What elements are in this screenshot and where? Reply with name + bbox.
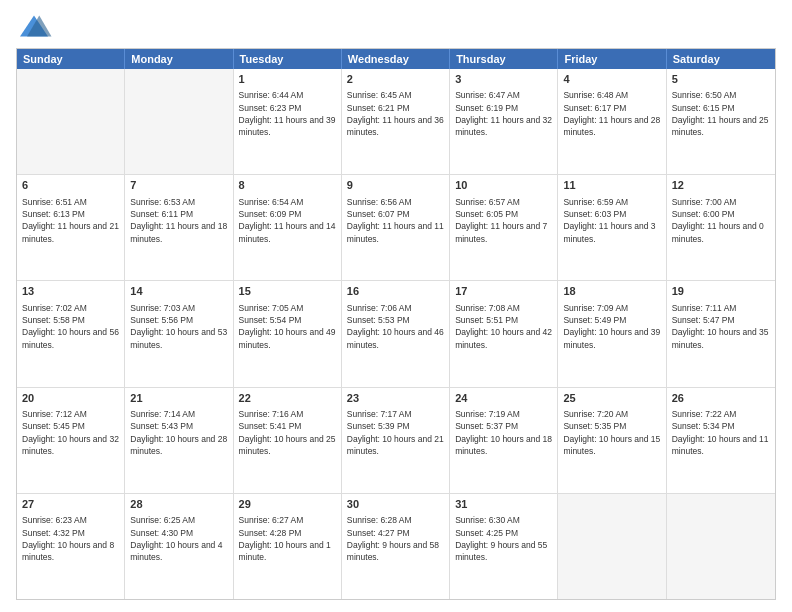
- calendar-header: SundayMondayTuesdayWednesdayThursdayFrid…: [17, 49, 775, 69]
- day-number: 1: [239, 72, 336, 87]
- calendar: SundayMondayTuesdayWednesdayThursdayFrid…: [16, 48, 776, 600]
- daylight-text: Daylight: 11 hours and 39 minutes.: [239, 115, 336, 137]
- sunset-text: Sunset: 5:53 PM: [347, 315, 410, 325]
- calendar-cell: [17, 69, 125, 174]
- sunset-text: Sunset: 5:49 PM: [563, 315, 626, 325]
- sunrise-text: Sunrise: 7:12 AM: [22, 409, 87, 419]
- daylight-text: Daylight: 10 hours and 4 minutes.: [130, 540, 222, 562]
- daylight-text: Daylight: 11 hours and 28 minutes.: [563, 115, 660, 137]
- daylight-text: Daylight: 11 hours and 0 minutes.: [672, 221, 764, 243]
- calendar-cell: 28 Sunrise: 6:25 AM Sunset: 4:30 PM Dayl…: [125, 494, 233, 599]
- calendar-cell: 29 Sunrise: 6:27 AM Sunset: 4:28 PM Dayl…: [234, 494, 342, 599]
- daylight-text: Daylight: 10 hours and 18 minutes.: [455, 434, 552, 456]
- cell-info: Sunrise: 7:03 AM Sunset: 5:56 PM Dayligh…: [130, 302, 227, 351]
- cell-info: Sunrise: 6:23 AM Sunset: 4:32 PM Dayligh…: [22, 514, 119, 563]
- day-number: 12: [672, 178, 770, 193]
- calendar-cell: 13 Sunrise: 7:02 AM Sunset: 5:58 PM Dayl…: [17, 281, 125, 386]
- daylight-text: Daylight: 9 hours and 55 minutes.: [455, 540, 547, 562]
- day-number: 3: [455, 72, 552, 87]
- day-number: 19: [672, 284, 770, 299]
- daylight-text: Daylight: 11 hours and 32 minutes.: [455, 115, 552, 137]
- daylight-text: Daylight: 10 hours and 28 minutes.: [130, 434, 227, 456]
- cell-info: Sunrise: 6:57 AM Sunset: 6:05 PM Dayligh…: [455, 196, 552, 245]
- sunset-text: Sunset: 6:15 PM: [672, 103, 735, 113]
- weekday-header: Friday: [558, 49, 666, 69]
- daylight-text: Daylight: 11 hours and 21 minutes.: [22, 221, 119, 243]
- daylight-text: Daylight: 10 hours and 49 minutes.: [239, 327, 336, 349]
- daylight-text: Daylight: 11 hours and 11 minutes.: [347, 221, 444, 243]
- sunset-text: Sunset: 5:45 PM: [22, 421, 85, 431]
- sunset-text: Sunset: 5:58 PM: [22, 315, 85, 325]
- calendar-cell: 23 Sunrise: 7:17 AM Sunset: 5:39 PM Dayl…: [342, 388, 450, 493]
- logo: [16, 12, 56, 40]
- calendar-cell: 21 Sunrise: 7:14 AM Sunset: 5:43 PM Dayl…: [125, 388, 233, 493]
- calendar-body: 1 Sunrise: 6:44 AM Sunset: 6:23 PM Dayli…: [17, 69, 775, 599]
- weekday-header: Monday: [125, 49, 233, 69]
- calendar-cell: 5 Sunrise: 6:50 AM Sunset: 6:15 PM Dayli…: [667, 69, 775, 174]
- cell-info: Sunrise: 7:11 AM Sunset: 5:47 PM Dayligh…: [672, 302, 770, 351]
- sunrise-text: Sunrise: 7:17 AM: [347, 409, 412, 419]
- daylight-text: Daylight: 10 hours and 46 minutes.: [347, 327, 444, 349]
- sunset-text: Sunset: 5:43 PM: [130, 421, 193, 431]
- daylight-text: Daylight: 11 hours and 14 minutes.: [239, 221, 336, 243]
- sunset-text: Sunset: 6:09 PM: [239, 209, 302, 219]
- daylight-text: Daylight: 11 hours and 36 minutes.: [347, 115, 444, 137]
- calendar-cell: 18 Sunrise: 7:09 AM Sunset: 5:49 PM Dayl…: [558, 281, 666, 386]
- calendar-cell: 8 Sunrise: 6:54 AM Sunset: 6:09 PM Dayli…: [234, 175, 342, 280]
- calendar-cell: 1 Sunrise: 6:44 AM Sunset: 6:23 PM Dayli…: [234, 69, 342, 174]
- cell-info: Sunrise: 6:44 AM Sunset: 6:23 PM Dayligh…: [239, 89, 336, 138]
- cell-info: Sunrise: 7:08 AM Sunset: 5:51 PM Dayligh…: [455, 302, 552, 351]
- cell-info: Sunrise: 7:17 AM Sunset: 5:39 PM Dayligh…: [347, 408, 444, 457]
- calendar-cell: 4 Sunrise: 6:48 AM Sunset: 6:17 PM Dayli…: [558, 69, 666, 174]
- weekday-header: Thursday: [450, 49, 558, 69]
- day-number: 22: [239, 391, 336, 406]
- daylight-text: Daylight: 10 hours and 39 minutes.: [563, 327, 660, 349]
- weekday-header: Wednesday: [342, 49, 450, 69]
- sunset-text: Sunset: 6:13 PM: [22, 209, 85, 219]
- cell-info: Sunrise: 6:30 AM Sunset: 4:25 PM Dayligh…: [455, 514, 552, 563]
- calendar-cell: 10 Sunrise: 6:57 AM Sunset: 6:05 PM Dayl…: [450, 175, 558, 280]
- sunrise-text: Sunrise: 7:19 AM: [455, 409, 520, 419]
- calendar-cell: 7 Sunrise: 6:53 AM Sunset: 6:11 PM Dayli…: [125, 175, 233, 280]
- day-number: 14: [130, 284, 227, 299]
- calendar-cell: 19 Sunrise: 7:11 AM Sunset: 5:47 PM Dayl…: [667, 281, 775, 386]
- sunset-text: Sunset: 6:07 PM: [347, 209, 410, 219]
- sunrise-text: Sunrise: 6:57 AM: [455, 197, 520, 207]
- sunset-text: Sunset: 5:51 PM: [455, 315, 518, 325]
- cell-info: Sunrise: 6:48 AM Sunset: 6:17 PM Dayligh…: [563, 89, 660, 138]
- day-number: 27: [22, 497, 119, 512]
- calendar-row: 1 Sunrise: 6:44 AM Sunset: 6:23 PM Dayli…: [17, 69, 775, 174]
- sunset-text: Sunset: 5:35 PM: [563, 421, 626, 431]
- cell-info: Sunrise: 6:28 AM Sunset: 4:27 PM Dayligh…: [347, 514, 444, 563]
- sunrise-text: Sunrise: 6:25 AM: [130, 515, 195, 525]
- cell-info: Sunrise: 6:50 AM Sunset: 6:15 PM Dayligh…: [672, 89, 770, 138]
- sunset-text: Sunset: 6:00 PM: [672, 209, 735, 219]
- sunset-text: Sunset: 5:37 PM: [455, 421, 518, 431]
- daylight-text: Daylight: 10 hours and 56 minutes.: [22, 327, 119, 349]
- sunrise-text: Sunrise: 7:03 AM: [130, 303, 195, 313]
- calendar-cell: 20 Sunrise: 7:12 AM Sunset: 5:45 PM Dayl…: [17, 388, 125, 493]
- sunrise-text: Sunrise: 7:08 AM: [455, 303, 520, 313]
- cell-info: Sunrise: 7:14 AM Sunset: 5:43 PM Dayligh…: [130, 408, 227, 457]
- sunrise-text: Sunrise: 6:27 AM: [239, 515, 304, 525]
- calendar-cell: 17 Sunrise: 7:08 AM Sunset: 5:51 PM Dayl…: [450, 281, 558, 386]
- sunrise-text: Sunrise: 7:00 AM: [672, 197, 737, 207]
- calendar-cell: 6 Sunrise: 6:51 AM Sunset: 6:13 PM Dayli…: [17, 175, 125, 280]
- cell-info: Sunrise: 6:25 AM Sunset: 4:30 PM Dayligh…: [130, 514, 227, 563]
- sunrise-text: Sunrise: 6:50 AM: [672, 90, 737, 100]
- sunrise-text: Sunrise: 7:16 AM: [239, 409, 304, 419]
- day-number: 11: [563, 178, 660, 193]
- sunset-text: Sunset: 5:47 PM: [672, 315, 735, 325]
- calendar-cell: 12 Sunrise: 7:00 AM Sunset: 6:00 PM Dayl…: [667, 175, 775, 280]
- sunset-text: Sunset: 6:03 PM: [563, 209, 626, 219]
- sunrise-text: Sunrise: 6:56 AM: [347, 197, 412, 207]
- cell-info: Sunrise: 7:20 AM Sunset: 5:35 PM Dayligh…: [563, 408, 660, 457]
- sunset-text: Sunset: 5:39 PM: [347, 421, 410, 431]
- sunrise-text: Sunrise: 7:11 AM: [672, 303, 737, 313]
- calendar-cell: 11 Sunrise: 6:59 AM Sunset: 6:03 PM Dayl…: [558, 175, 666, 280]
- sunset-text: Sunset: 5:56 PM: [130, 315, 193, 325]
- cell-info: Sunrise: 6:51 AM Sunset: 6:13 PM Dayligh…: [22, 196, 119, 245]
- day-number: 31: [455, 497, 552, 512]
- calendar-cell: 25 Sunrise: 7:20 AM Sunset: 5:35 PM Dayl…: [558, 388, 666, 493]
- sunrise-text: Sunrise: 7:02 AM: [22, 303, 87, 313]
